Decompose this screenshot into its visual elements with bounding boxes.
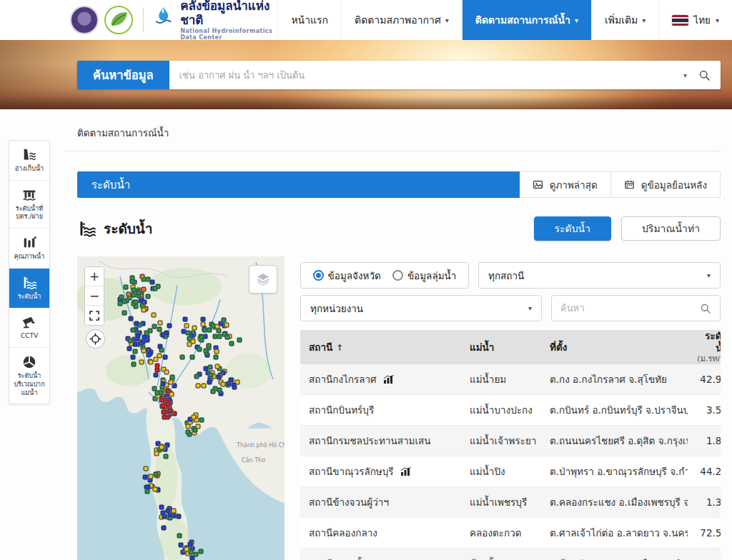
- map-station-marker[interactable]: [164, 331, 169, 336]
- map-station-marker[interactable]: [184, 547, 189, 552]
- map-station-marker[interactable]: [169, 379, 174, 384]
- sidebar-item-river-mouth[interactable]: ระดับน้ำบริเวณปากแม่น้ำ: [9, 348, 49, 404]
- map-station-marker[interactable]: [177, 534, 182, 539]
- chart-icon[interactable]: [401, 467, 411, 476]
- map-station-marker[interactable]: [224, 322, 229, 327]
- map-station-marker[interactable]: [163, 354, 168, 359]
- search-icon[interactable]: [700, 303, 711, 314]
- col-location[interactable]: ที่ตั้ง: [541, 330, 688, 364]
- map-station-marker[interactable]: [151, 312, 156, 317]
- map[interactable]: Thành phố Hồ Chí MinhCần Thơ + −: [77, 256, 285, 560]
- map-station-marker[interactable]: [164, 370, 169, 375]
- map-station-marker[interactable]: [229, 341, 234, 346]
- table-search-input[interactable]: [552, 303, 700, 314]
- map-station-marker[interactable]: [147, 328, 152, 333]
- map-station-marker[interactable]: [185, 429, 190, 434]
- map-station-marker[interactable]: [161, 510, 166, 515]
- map-station-marker[interactable]: [189, 355, 194, 360]
- toggle-discharge-button[interactable]: ปริมาณน้ำท่า: [621, 216, 721, 241]
- map-station-marker[interactable]: [159, 444, 164, 449]
- map-station-marker[interactable]: [157, 354, 162, 359]
- map-station-marker[interactable]: [127, 346, 132, 351]
- nav-item-more[interactable]: เพิ่มเติม ▾: [591, 0, 658, 40]
- map-station-marker[interactable]: [139, 274, 144, 279]
- station-dropdown[interactable]: ทุกสถานี ▾: [478, 262, 721, 289]
- map-station-marker[interactable]: [130, 355, 135, 360]
- map-station-marker[interactable]: [222, 331, 227, 336]
- map-station-marker[interactable]: [194, 374, 199, 379]
- map-station-marker[interactable]: [134, 321, 139, 326]
- map-station-marker[interactable]: [180, 354, 185, 359]
- map-station-marker[interactable]: [134, 300, 139, 305]
- map-station-marker[interactable]: [127, 339, 132, 344]
- map-station-marker[interactable]: [161, 381, 166, 386]
- table-row[interactable]: สถานีกบินทร์บุรี แม่น้ำบางปะกง ต.กบินทร์…: [300, 395, 721, 426]
- locate-button[interactable]: [86, 329, 105, 349]
- nav-item-home[interactable]: หน้าแรก: [277, 0, 341, 40]
- map-station-marker[interactable]: [124, 284, 129, 289]
- map-station-marker[interactable]: [142, 287, 147, 292]
- col-river[interactable]: แม่น้ำ: [461, 330, 541, 364]
- map-station-marker[interactable]: [147, 351, 152, 356]
- map-station-marker[interactable]: [137, 290, 142, 295]
- map-station-marker[interactable]: [142, 475, 147, 480]
- map-station-marker[interactable]: [158, 321, 163, 326]
- nav-item-water-situation[interactable]: ติดตามสถานการณ์น้ำ ▾: [462, 0, 591, 40]
- toggle-water-level-button[interactable]: ระดับน้ำ: [534, 216, 611, 241]
- chart-icon[interactable]: [384, 375, 394, 384]
- map-station-marker[interactable]: [214, 349, 219, 354]
- map-station-marker[interactable]: [129, 316, 134, 321]
- search-data-button[interactable]: ค้นหาข้อมูล: [77, 61, 169, 89]
- map-station-marker[interactable]: [207, 328, 212, 333]
- map-station-marker[interactable]: [192, 415, 197, 420]
- map-station-marker[interactable]: [185, 424, 190, 429]
- map-station-marker[interactable]: [187, 542, 192, 547]
- map-station-marker[interactable]: [167, 324, 172, 329]
- map-station-marker[interactable]: [216, 375, 221, 380]
- map-station-marker[interactable]: [203, 366, 208, 371]
- view-latest-button[interactable]: ดูภาพล่าสุด: [520, 171, 611, 198]
- map-station-marker[interactable]: [199, 418, 204, 423]
- map-station-marker[interactable]: [139, 359, 144, 364]
- map-station-marker[interactable]: [209, 372, 214, 377]
- map-station-marker[interactable]: [155, 284, 160, 289]
- map-station-marker[interactable]: [142, 349, 147, 354]
- map-station-marker[interactable]: [190, 339, 195, 344]
- col-level[interactable]: ระดับน้ำ (ม.รทก.): [688, 330, 721, 364]
- nav-item-weather[interactable]: ติดตามสภาพอากาศ ▾: [341, 0, 462, 40]
- map-station-marker[interactable]: [200, 316, 205, 321]
- sidebar-item-reservoir[interactable]: อ่างเก็บน้ำ: [9, 141, 49, 181]
- map-station-marker[interactable]: [228, 377, 233, 382]
- map-station-marker[interactable]: [141, 307, 146, 312]
- map-station-marker[interactable]: [159, 504, 164, 509]
- table-row[interactable]: สถานีคลองกลาง คลองตะกวด ต.ศาลเจ้าไก่ต่อ …: [300, 518, 721, 549]
- map-station-marker[interactable]: [177, 514, 182, 519]
- radio-province-data[interactable]: ข้อมูลจังหวัด: [313, 268, 381, 284]
- map-station-marker[interactable]: [184, 324, 189, 329]
- map-station-marker[interactable]: [185, 331, 190, 336]
- map-station-marker[interactable]: [165, 401, 170, 406]
- map-station-marker[interactable]: [202, 327, 207, 332]
- map-station-marker[interactable]: [119, 295, 124, 300]
- map-station-marker[interactable]: [210, 389, 215, 394]
- map-station-marker[interactable]: [192, 326, 197, 331]
- view-history-button[interactable]: ดูข้อมูลย้อนหลัง: [611, 171, 721, 198]
- agency-dropdown[interactable]: ทุกหน่วยงาน ▾: [300, 295, 542, 321]
- map-station-marker[interactable]: [153, 472, 158, 477]
- radio-basin-data[interactable]: ข้อมูลลุ่มน้ำ: [392, 268, 457, 284]
- map-station-marker[interactable]: [152, 386, 157, 391]
- map-station-marker[interactable]: [157, 326, 162, 331]
- map-station-marker[interactable]: [142, 335, 147, 340]
- language-selector[interactable]: ไทย ▾: [658, 0, 732, 40]
- map-station-marker[interactable]: [162, 525, 167, 530]
- table-row[interactable]: สถานีคลองกั้ง ห้วยกั้ง ต.บ้านด่านนาขาม อ…: [300, 549, 721, 560]
- map-station-marker[interactable]: [146, 485, 151, 490]
- map-station-marker[interactable]: [154, 390, 159, 395]
- fullscreen-button[interactable]: [85, 306, 104, 325]
- map-station-marker[interactable]: [196, 384, 201, 389]
- map-station-marker[interactable]: [220, 381, 225, 386]
- map-station-marker[interactable]: [237, 337, 242, 342]
- map-station-marker[interactable]: [150, 279, 155, 284]
- map-station-marker[interactable]: [197, 346, 202, 351]
- search-icon[interactable]: [698, 69, 711, 81]
